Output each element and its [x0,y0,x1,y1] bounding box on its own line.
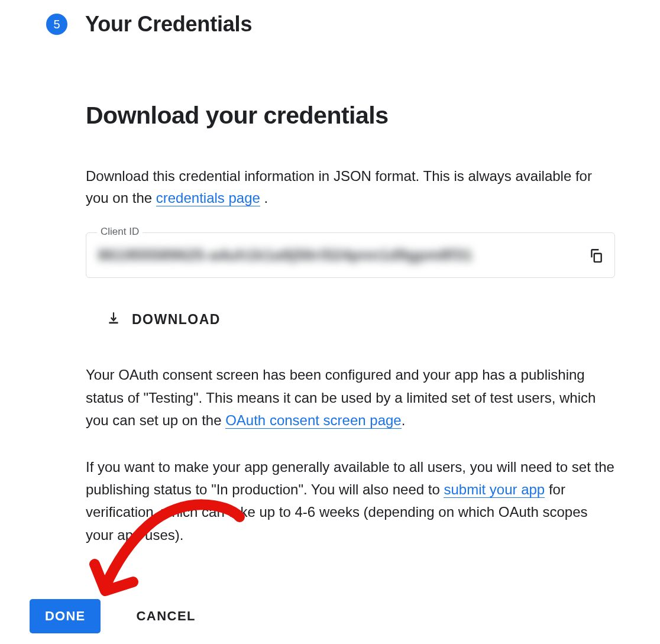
consent-text-after: . [402,412,406,428]
client-id-label: Client ID [97,226,143,238]
download-icon [106,310,121,328]
intro-text-after: . [264,190,268,206]
svg-rect-0 [594,254,601,262]
step-number-badge: 5 [46,14,67,35]
copy-icon[interactable] [588,248,604,263]
download-button[interactable]: DOWNLOAD [106,310,615,328]
section-subtitle: Download your credentials [86,102,615,130]
client-id-field: Client ID 861955589625-a4uh1k1a9j56ri524… [86,232,615,278]
publish-info-text: If you want to make your app generally a… [86,456,615,547]
download-label: DOWNLOAD [132,312,221,328]
oauth-consent-screen-link[interactable]: OAuth consent screen page [225,412,402,429]
credentials-page-link[interactable]: credentials page [156,190,260,206]
step-title: Your Credentials [85,12,252,37]
svg-rect-1 [109,322,118,324]
cancel-button[interactable]: CANCEL [132,608,199,624]
submit-your-app-link[interactable]: submit your app [444,481,545,498]
client-id-value: 861955589625-a4uh1k1a9j56ri524pnn1d9gpm8… [98,246,473,264]
consent-status-text: Your OAuth consent screen has been confi… [86,364,615,432]
done-button[interactable]: DONE [30,599,101,633]
intro-text: Download this credential information in … [86,165,615,209]
